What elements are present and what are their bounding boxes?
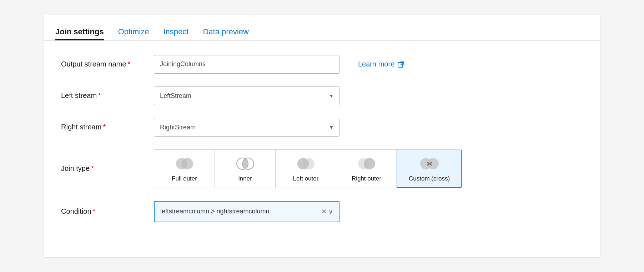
condition-input[interactable]: leftstreamcolumn > rightstreamcolumn ✕ ∨ — [154, 201, 339, 222]
svg-point-8 — [303, 158, 315, 169]
condition-required: * — [93, 207, 96, 216]
join-option-inner[interactable]: Inner — [215, 150, 276, 188]
left-stream-row: Left stream * LeftStream — [61, 86, 583, 105]
condition-value: leftstreamcolumn > rightstreamcolumn — [160, 208, 270, 215]
left-stream-select[interactable]: LeftStream — [154, 86, 339, 105]
learn-more-link[interactable]: Learn more — [358, 60, 405, 68]
right-outer-label: Right outer — [352, 175, 381, 182]
condition-expand-icon[interactable]: ✕ ∨ — [321, 208, 333, 216]
svg-point-2 — [182, 158, 193, 169]
right-stream-select-wrapper: RightStream — [154, 118, 339, 137]
left-stream-select-wrapper: LeftStream — [154, 86, 339, 105]
left-stream-label: Left stream * — [61, 92, 147, 100]
output-stream-name-required: * — [127, 60, 130, 68]
output-stream-name-row: Output stream name * Learn more — [61, 55, 583, 74]
join-option-custom-cross[interactable]: Custom (cross) — [397, 149, 462, 188]
left-stream-required: * — [98, 92, 101, 100]
tab-bar: Join settings Optimize Inspect Data prev… — [44, 15, 600, 41]
full-outer-label: Full outer — [172, 175, 197, 182]
external-link-icon — [397, 60, 405, 68]
join-type-required: * — [91, 164, 94, 173]
right-stream-select[interactable]: RightStream — [154, 118, 339, 137]
join-type-options: Full outer Inner — [154, 149, 462, 188]
form-content: Output stream name * Learn more Left str… — [44, 41, 600, 249]
tab-inspect[interactable]: Inspect — [163, 28, 188, 40]
join-type-label: Join type * — [61, 164, 147, 173]
output-stream-name-input[interactable] — [154, 55, 339, 74]
svg-point-10 — [364, 158, 375, 169]
tab-join-settings[interactable]: Join settings — [55, 28, 104, 40]
tab-data-preview[interactable]: Data preview — [203, 28, 248, 40]
tab-optimize[interactable]: Optimize — [118, 28, 149, 40]
output-stream-name-label: Output stream name * — [61, 60, 147, 68]
right-stream-row: Right stream * RightStream — [61, 118, 583, 137]
join-settings-panel: Join settings Optimize Inspect Data prev… — [44, 15, 600, 258]
custom-cross-label: Custom (cross) — [409, 175, 450, 182]
join-option-right-outer[interactable]: Right outer — [336, 150, 397, 188]
right-stream-required: * — [103, 123, 106, 131]
join-type-row: Join type * Full outer — [61, 149, 583, 188]
join-option-left-outer[interactable]: Left outer — [276, 150, 336, 188]
condition-label: Condition * — [61, 207, 147, 216]
left-outer-label: Left outer — [293, 175, 319, 182]
right-stream-label: Right stream * — [61, 123, 147, 131]
inner-label: Inner — [238, 175, 252, 182]
join-option-full-outer[interactable]: Full outer — [154, 150, 215, 188]
condition-row: Condition * leftstreamcolumn > rightstre… — [61, 201, 583, 222]
